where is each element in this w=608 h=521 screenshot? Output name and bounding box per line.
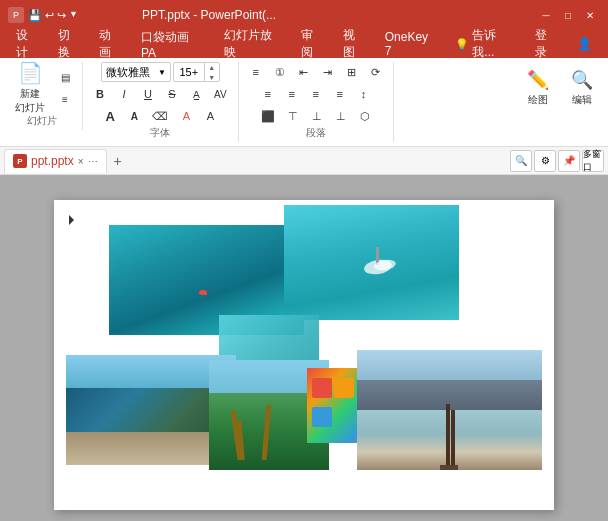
menu-view[interactable]: 视图 xyxy=(335,24,375,64)
tab-actions: 🔍 ⚙ 📌 多窗口 xyxy=(510,150,604,172)
ppt-file-icon: P xyxy=(13,154,27,168)
photo-mountain-lake[interactable] xyxy=(357,350,542,470)
menu-design[interactable]: 设计 xyxy=(8,24,48,64)
new-slide-label: 新建幻灯片 xyxy=(15,87,45,115)
slide-area[interactable] xyxy=(0,175,608,521)
menu-tell-me[interactable]: 💡告诉我... xyxy=(447,24,525,64)
align-middle-button[interactable]: ⊥ xyxy=(306,106,328,126)
close-button[interactable]: ✕ xyxy=(580,7,600,23)
decrease-indent-button[interactable]: ⇤ xyxy=(293,62,315,82)
ribbon-group-font: 微软雅黑 ▼ ▲ ▼ B I U S A̲ AV A A ⌫ A A xyxy=(87,62,239,142)
menu-animation[interactable]: 动画 xyxy=(91,24,131,64)
italic-button[interactable]: I xyxy=(113,84,135,104)
menu-transition[interactable]: 切换 xyxy=(50,24,90,64)
font-size-arrows: ▲ ▼ xyxy=(204,62,219,82)
new-slide-button[interactable]: 📄 新建幻灯片 xyxy=(8,62,52,114)
font-spacing-button[interactable]: AV xyxy=(209,84,232,104)
font-row-2: B I U S A̲ AV xyxy=(89,84,232,104)
slide-canvas[interactable] xyxy=(54,200,554,510)
edit-label: 编辑 xyxy=(572,93,592,107)
line-spacing-button[interactable]: ↕ xyxy=(353,84,375,104)
tab-settings-button[interactable]: ⚙ xyxy=(534,150,556,172)
new-slide-area: 📄 新建幻灯片 ▤ ≡ xyxy=(8,62,76,114)
ribbon-group-paragraph: ≡ ① ⇤ ⇥ ⊞ ⟳ ≡ ≡ ≡ ≡ ↕ ⬛ ⊤ ⊥ ⊥ ⬡ 段落 xyxy=(243,62,394,142)
draw-label: 绘图 xyxy=(528,93,548,107)
slide-extra-buttons: ▤ ≡ xyxy=(54,67,76,109)
minimize-button[interactable]: ─ xyxy=(536,7,556,23)
font-name-text: 微软雅黑 xyxy=(106,65,150,80)
font-highlight-button[interactable]: A xyxy=(199,106,221,126)
direction-button[interactable]: ⟳ xyxy=(365,62,387,82)
tab-bar: P ppt.pptx × ⋯ + 🔍 ⚙ 📌 多窗口 xyxy=(0,147,608,175)
menu-login[interactable]: 登录 xyxy=(527,24,567,64)
font-name-dropdown[interactable]: 微软雅黑 ▼ xyxy=(101,62,171,82)
draw-icon: ✏️ xyxy=(527,69,549,91)
item1 xyxy=(312,378,332,398)
menu-onekey[interactable]: OneKey 7 xyxy=(377,27,446,61)
menu-pocket-animation[interactable]: 口袋动画 PA xyxy=(133,26,214,63)
sail-mast xyxy=(376,247,379,265)
maximize-button[interactable]: □ xyxy=(558,7,578,23)
pier-post-2 xyxy=(451,410,455,470)
title-bar-left: P 💾 ↩ ↪ ▼ PPT.pptx - PowerPoint(... xyxy=(8,7,276,23)
app-icon: P xyxy=(8,7,24,23)
align-right-button[interactable]: ≡ xyxy=(305,84,327,104)
photo-aerial-boat[interactable] xyxy=(284,205,459,320)
font-size-input[interactable] xyxy=(174,66,204,78)
new-slide-icon: 📄 xyxy=(18,61,43,85)
align-bottom-button[interactable]: ⊥ xyxy=(330,106,352,126)
slide-layout-button[interactable]: ▤ xyxy=(54,67,76,87)
font-color-button[interactable]: A xyxy=(175,106,197,126)
tab-multi-window-button[interactable]: 多窗口 xyxy=(582,150,604,172)
edit-icon: 🔍 xyxy=(571,69,593,91)
dropdown-icon[interactable]: ▼ xyxy=(69,9,78,22)
save-icon[interactable]: 💾 xyxy=(28,9,42,22)
draw-button[interactable]: ✏️ 绘图 xyxy=(518,62,558,114)
redo-icon[interactable]: ↪ xyxy=(57,9,66,22)
font-group-label: 字体 xyxy=(150,126,170,140)
undo-icon[interactable]: ↩ xyxy=(45,9,54,22)
smart-art-button[interactable]: ⬡ xyxy=(354,106,376,126)
item2 xyxy=(334,378,354,398)
slide-section-button[interactable]: ≡ xyxy=(54,89,76,109)
justify-button[interactable]: ≡ xyxy=(329,84,351,104)
shadow-button[interactable]: A̲ xyxy=(185,84,207,104)
increase-font-button[interactable]: A xyxy=(99,106,121,126)
tab-search-button[interactable]: 🔍 xyxy=(510,150,532,172)
tab-menu-icon[interactable]: ⋯ xyxy=(88,156,98,167)
window-controls[interactable]: ─ □ ✕ xyxy=(536,7,600,23)
strikethrough-button[interactable]: S xyxy=(161,84,183,104)
numbering-button[interactable]: ① xyxy=(269,62,291,82)
align-top-button[interactable]: ⊤ xyxy=(282,106,304,126)
convert-shape-button[interactable]: ⬛ xyxy=(256,106,280,126)
tab-close-button[interactable]: × xyxy=(78,156,84,167)
tab-pptx[interactable]: P ppt.pptx × ⋯ xyxy=(4,149,107,173)
font-size-down[interactable]: ▼ xyxy=(205,72,219,82)
font-size-control: ▲ ▼ xyxy=(173,62,220,82)
menu-review[interactable]: 审阅 xyxy=(293,24,333,64)
slides-group-label: 幻灯片 xyxy=(27,114,57,128)
paragraph-row-1: ≡ ① ⇤ ⇥ ⊞ ⟳ xyxy=(245,62,387,82)
bold-button[interactable]: B xyxy=(89,84,111,104)
edit-button[interactable]: 🔍 编辑 xyxy=(562,62,602,114)
paragraph-group-label: 段落 xyxy=(306,126,326,140)
increase-indent-button[interactable]: ⇥ xyxy=(317,62,339,82)
paragraph-row-2: ≡ ≡ ≡ ≡ ↕ xyxy=(257,84,375,104)
align-left-button[interactable]: ≡ xyxy=(257,84,279,104)
boat-marker xyxy=(199,290,207,295)
lightbulb-icon: 💡 xyxy=(455,38,469,51)
tab-pin-button[interactable]: 📌 xyxy=(558,150,580,172)
decrease-font-button[interactable]: A xyxy=(123,106,145,126)
bullets-button[interactable]: ≡ xyxy=(245,62,267,82)
tab-add-button[interactable]: + xyxy=(107,150,129,172)
menu-slideshow[interactable]: 幻灯片放映 xyxy=(216,24,291,64)
pier-post-1 xyxy=(446,404,450,470)
item4 xyxy=(312,407,332,427)
underline-button[interactable]: U xyxy=(137,84,159,104)
column-button[interactable]: ⊞ xyxy=(341,62,363,82)
font-size-up[interactable]: ▲ xyxy=(205,62,219,72)
clear-format-button[interactable]: ⌫ xyxy=(147,106,173,126)
tab-name: ppt.pptx xyxy=(31,154,74,168)
align-center-button[interactable]: ≡ xyxy=(281,84,303,104)
menu-user[interactable]: 👤 xyxy=(569,34,600,54)
